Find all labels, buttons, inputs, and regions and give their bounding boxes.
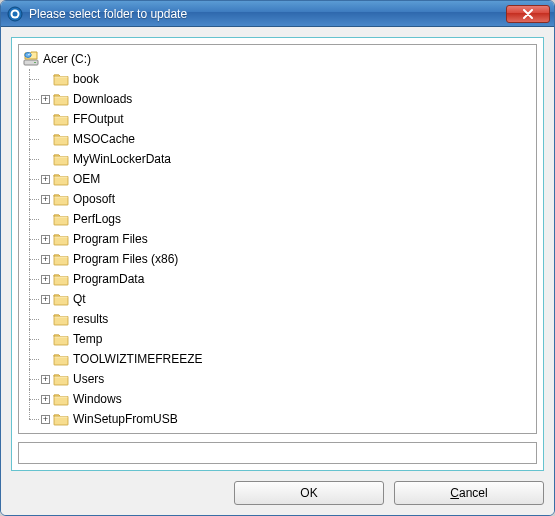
expand-spacer xyxy=(41,75,50,84)
tree-node-label: Qt xyxy=(73,292,86,306)
folder-icon xyxy=(53,192,69,206)
folder-icon xyxy=(53,292,69,306)
tree-node-label: MSOCache xyxy=(73,132,135,146)
cancel-button[interactable]: Cancel xyxy=(394,481,544,505)
folder-icon xyxy=(53,372,69,386)
tree-node-label: ProgramData xyxy=(73,272,144,286)
folder-icon xyxy=(53,72,69,86)
button-row: OK Cancel xyxy=(11,471,544,505)
expand-spacer xyxy=(41,135,50,144)
tree-node-label: results xyxy=(73,312,108,326)
tree-node[interactable]: + Program Files xyxy=(41,229,532,249)
folder-icon xyxy=(53,112,69,126)
tree-node[interactable]: + Downloads xyxy=(41,89,532,109)
expand-toggle-icon[interactable]: + xyxy=(41,175,50,184)
tree-node-label: Oposoft xyxy=(73,192,115,206)
tree-node[interactable]: + Oposoft xyxy=(41,189,532,209)
tree-node[interactable]: + ProgramData xyxy=(41,269,532,289)
tree-node-label: book xyxy=(73,72,99,86)
svg-rect-4 xyxy=(34,62,36,63)
folder-icon xyxy=(53,312,69,326)
expand-toggle-icon[interactable]: + xyxy=(41,375,50,384)
ok-button[interactable]: OK xyxy=(234,481,384,505)
folder-tree[interactable]: Acer (C:) book+ Downloads FFOutput MSOCa… xyxy=(18,44,537,434)
app-icon xyxy=(7,6,23,22)
tree-node-label: MyWinLockerData xyxy=(73,152,171,166)
folder-icon xyxy=(53,352,69,366)
folder-icon xyxy=(53,252,69,266)
ok-button-label: OK xyxy=(300,486,317,500)
expand-toggle-icon[interactable]: + xyxy=(41,255,50,264)
tree-node[interactable]: Temp xyxy=(41,329,532,349)
cancel-button-label: Cancel xyxy=(450,486,487,500)
folder-icon xyxy=(53,152,69,166)
path-input[interactable] xyxy=(18,442,537,464)
tree-node[interactable]: + OEM xyxy=(41,169,532,189)
expand-toggle-icon[interactable]: + xyxy=(41,415,50,424)
tree-node-label: TOOLWIZTIMEFREEZE xyxy=(73,352,203,366)
dialog-window: Please select folder to update xyxy=(0,0,555,516)
folder-icon xyxy=(53,212,69,226)
tree-root-node[interactable]: Acer (C:) xyxy=(23,49,532,69)
tree-node[interactable]: PerfLogs xyxy=(41,209,532,229)
tree-node[interactable]: results xyxy=(41,309,532,329)
folder-icon xyxy=(53,392,69,406)
tree-node-label: OEM xyxy=(73,172,100,186)
client-area: Acer (C:) book+ Downloads FFOutput MSOCa… xyxy=(1,27,554,515)
expand-toggle-icon[interactable]: + xyxy=(41,195,50,204)
tree-root-label: Acer (C:) xyxy=(43,52,91,66)
folder-icon xyxy=(53,232,69,246)
expand-spacer xyxy=(41,115,50,124)
tree-node[interactable]: MyWinLockerData xyxy=(41,149,532,169)
expand-toggle-icon[interactable]: + xyxy=(41,295,50,304)
window-title: Please select folder to update xyxy=(29,7,506,21)
folder-icon xyxy=(53,172,69,186)
expand-toggle-icon[interactable]: + xyxy=(41,275,50,284)
folder-icon xyxy=(53,132,69,146)
expand-spacer xyxy=(41,335,50,344)
tree-node-label: Windows xyxy=(73,392,122,406)
folder-icon xyxy=(53,92,69,106)
tree-node-label: Program Files (x86) xyxy=(73,252,178,266)
expand-spacer xyxy=(41,155,50,164)
folder-icon xyxy=(53,272,69,286)
expand-toggle-icon[interactable]: + xyxy=(41,395,50,404)
expand-spacer xyxy=(41,355,50,364)
expand-toggle-icon[interactable]: + xyxy=(41,235,50,244)
tree-node[interactable]: + Program Files (x86) xyxy=(41,249,532,269)
tree-node[interactable]: + Users xyxy=(41,369,532,389)
tree-node-label: PerfLogs xyxy=(73,212,121,226)
tree-node[interactable]: TOOLWIZTIMEFREEZE xyxy=(41,349,532,369)
tree-node[interactable]: + Windows xyxy=(41,389,532,409)
titlebar: Please select folder to update xyxy=(1,1,554,27)
expand-toggle-icon[interactable]: + xyxy=(41,95,50,104)
folder-icon xyxy=(53,332,69,346)
tree-node-label: FFOutput xyxy=(73,112,124,126)
tree-node-label: Downloads xyxy=(73,92,132,106)
folder-icon xyxy=(53,412,69,426)
svg-point-2 xyxy=(13,11,18,16)
tree-node[interactable]: + WinSetupFromUSB xyxy=(41,409,532,429)
tree-node-label: Temp xyxy=(73,332,102,346)
tree-node-label: Program Files xyxy=(73,232,148,246)
close-button[interactable] xyxy=(506,5,550,23)
tree-node[interactable]: + Qt xyxy=(41,289,532,309)
tree-node[interactable]: book xyxy=(41,69,532,89)
drive-icon xyxy=(23,51,39,67)
expand-spacer xyxy=(41,315,50,324)
tree-node[interactable]: FFOutput xyxy=(41,109,532,129)
inner-frame: Acer (C:) book+ Downloads FFOutput MSOCa… xyxy=(11,37,544,471)
tree-node[interactable]: MSOCache xyxy=(41,129,532,149)
tree-node-label: Users xyxy=(73,372,104,386)
expand-spacer xyxy=(41,215,50,224)
tree-node-label: WinSetupFromUSB xyxy=(73,412,178,426)
